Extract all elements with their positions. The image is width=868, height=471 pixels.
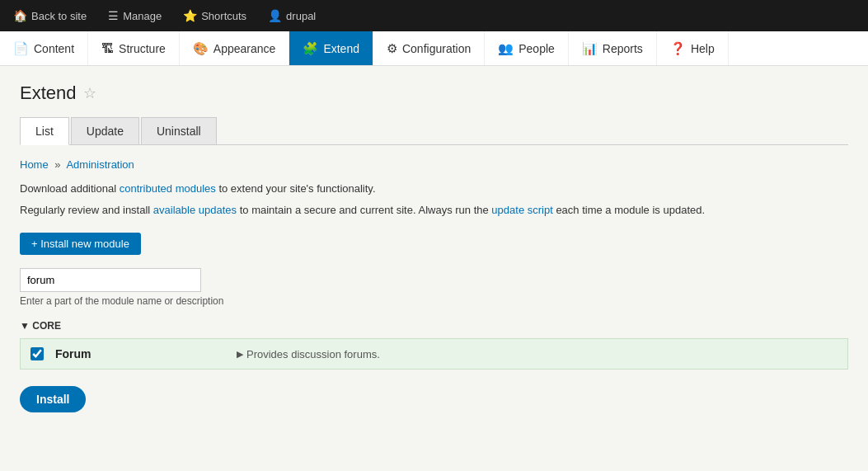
- structure-icon: 🏗: [101, 41, 114, 55]
- install-new-module-button[interactable]: + Install new module: [20, 233, 141, 255]
- module-name-forum: Forum: [55, 347, 237, 360]
- star-icon: ⭐: [183, 9, 197, 22]
- core-section-header: ▼ CORE: [20, 320, 848, 332]
- extend-icon: 🧩: [303, 41, 318, 56]
- back-to-site-button[interactable]: 🏠 Back to site: [3, 0, 96, 31]
- nav-structure[interactable]: 🏗 Structure: [88, 31, 180, 65]
- nav-extend[interactable]: 🧩 Extend: [289, 31, 373, 65]
- nav-appearance[interactable]: 🎨 Appearance: [180, 31, 290, 65]
- desc-arrow-icon: ▶: [237, 349, 243, 360]
- appearance-icon: 🎨: [193, 41, 209, 56]
- page-title: Extend ☆: [20, 82, 848, 104]
- home-icon: 🏠: [13, 9, 27, 22]
- user-button[interactable]: 👤 drupal: [258, 0, 326, 31]
- contributed-modules-link[interactable]: contributed modules: [120, 182, 216, 195]
- breadcrumb-separator: »: [54, 158, 60, 171]
- shortcuts-button[interactable]: ⭐ Shortcuts: [173, 0, 256, 31]
- update-script-link[interactable]: update script: [491, 204, 552, 216]
- module-desc-forum: ▶ Provides discussion forums.: [237, 348, 380, 360]
- tab-uninstall[interactable]: Uninstall: [141, 117, 217, 144]
- nav-people[interactable]: 👥 People: [485, 31, 569, 65]
- reports-icon: 📊: [582, 41, 598, 56]
- breadcrumb-admin[interactable]: Administration: [66, 158, 134, 171]
- favorite-icon[interactable]: ☆: [83, 84, 96, 102]
- core-toggle[interactable]: ▼ CORE: [20, 320, 61, 332]
- manage-button[interactable]: ☰ Manage: [98, 0, 171, 31]
- tab-update[interactable]: Update: [71, 117, 139, 144]
- module-row-forum: Forum ▶ Provides discussion forums.: [20, 338, 848, 370]
- content-icon: 📄: [13, 41, 29, 56]
- tabs-container: List Update Uninstall: [20, 117, 848, 145]
- install-button[interactable]: Install: [20, 386, 86, 412]
- help-icon: ❓: [670, 41, 686, 56]
- config-icon: ⚙: [387, 41, 397, 56]
- page-content: Extend ☆ List Update Uninstall Home » Ad…: [0, 66, 868, 471]
- tab-list[interactable]: List: [20, 117, 69, 145]
- nav-help[interactable]: ❓ Help: [657, 31, 729, 65]
- nav-reports[interactable]: 📊 Reports: [569, 31, 657, 65]
- menu-icon: ☰: [108, 9, 119, 22]
- people-icon: 👥: [498, 41, 514, 56]
- nav-content[interactable]: 📄 Content: [0, 31, 88, 65]
- forum-checkbox[interactable]: [30, 347, 44, 360]
- admin-bar: 🏠 Back to site ☰ Manage ⭐ Shortcuts 👤 dr…: [0, 0, 868, 31]
- main-nav: 📄 Content 🏗 Structure 🎨 Appearance 🧩 Ext…: [0, 31, 868, 66]
- available-updates-link[interactable]: available updates: [153, 204, 237, 216]
- desc-contributed: Download additional contributed modules …: [20, 181, 848, 197]
- user-icon: 👤: [268, 9, 282, 22]
- desc-updates: Regularly review and install available u…: [20, 202, 848, 219]
- search-hint: Enter a part of the module name or descr…: [20, 295, 848, 307]
- breadcrumb-home[interactable]: Home: [20, 158, 49, 171]
- module-search-input[interactable]: [20, 268, 201, 292]
- breadcrumb: Home » Administration: [20, 158, 848, 171]
- nav-configuration[interactable]: ⚙ Configuration: [373, 31, 485, 65]
